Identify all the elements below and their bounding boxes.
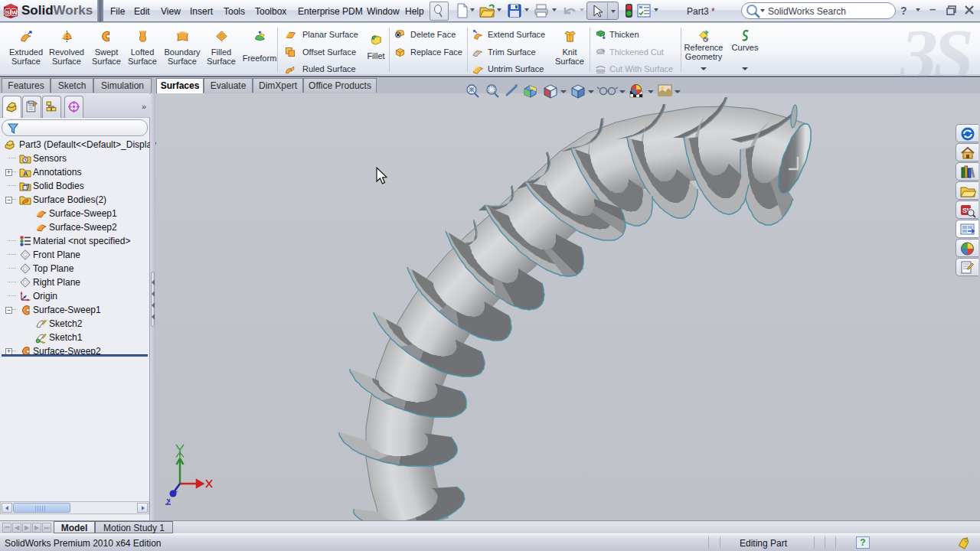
svg-text:W: W <box>11 9 18 16</box>
svg-text:S: S <box>6 9 10 16</box>
svg-text:A: A <box>23 170 28 178</box>
